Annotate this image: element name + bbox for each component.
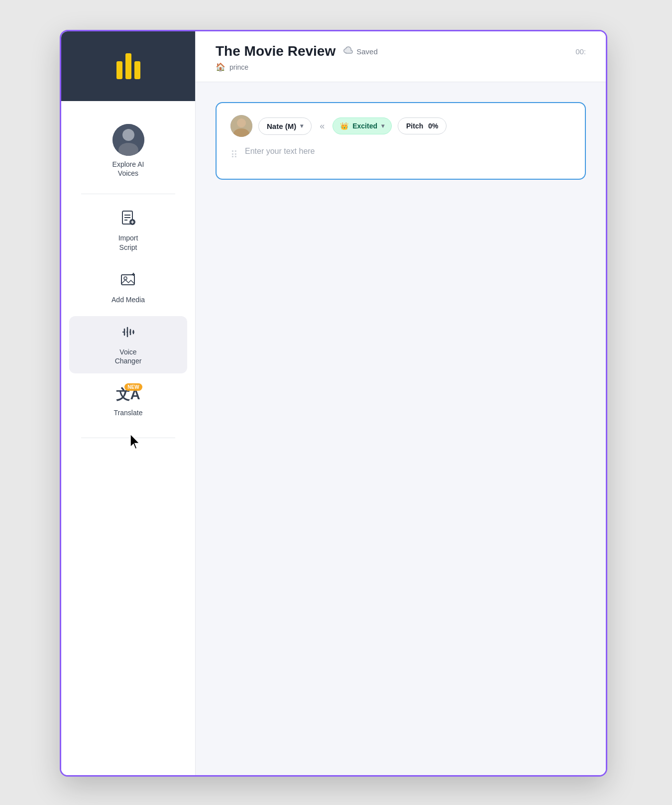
sidebar: Explore AIVoices ImportScript (61, 31, 196, 775)
drag-handle-icon[interactable]: ⠿ (230, 149, 238, 161)
text-input[interactable]: Enter your text here (245, 147, 571, 167)
import-script-icon (120, 210, 136, 230)
logo-bar-2 (125, 53, 131, 79)
timecode: 00: (575, 47, 586, 56)
collapse-arrows-icon[interactable]: « (318, 121, 327, 131)
main-content: The Movie Review Saved 00: 🏠 prince (196, 31, 606, 775)
sidebar-nav: Explore AIVoices ImportScript (61, 101, 195, 457)
voice-block: Nate (M) ▾ « 👑 Excited ▾ Pitch 0% (216, 102, 586, 180)
app-logo (116, 53, 140, 79)
saved-label: Saved (356, 47, 378, 56)
voice-name: Nate (M) (267, 122, 296, 130)
sidebar-item-voice-changer[interactable]: VoiceChanger (69, 316, 187, 373)
saved-badge: Saved (343, 46, 378, 56)
sidebar-item-translate[interactable]: 文A NEW Translate (69, 377, 187, 425)
sidebar-item-add-media[interactable]: Add Media (69, 264, 187, 312)
pitch-value: 0% (428, 122, 438, 130)
logo-bar-3 (134, 61, 140, 79)
voice-selector[interactable]: Nate (M) ▾ (258, 117, 312, 135)
svg-point-23 (237, 118, 246, 127)
logo-bar-1 (116, 61, 122, 79)
explore-voices-avatar (112, 124, 144, 156)
app-window: Explore AIVoices ImportScript (60, 30, 607, 777)
pitch-selector[interactable]: Pitch 0% (398, 117, 447, 134)
content-area: Nate (M) ▾ « 👑 Excited ▾ Pitch 0% (196, 82, 606, 775)
voice-changer-icon (120, 324, 136, 344)
sidebar-item-explore-ai-voices[interactable]: Explore AIVoices (69, 116, 187, 186)
translate-icon-wrapper: 文A NEW (116, 385, 140, 404)
top-bar-row1: The Movie Review Saved 00: (216, 43, 586, 59)
sidebar-item-import-script-label: ImportScript (118, 233, 138, 251)
sidebar-item-add-media-label: Add Media (112, 295, 145, 304)
sidebar-logo-area (61, 31, 195, 101)
breadcrumb: 🏠 prince (216, 62, 586, 72)
text-placeholder: Enter your text here (245, 147, 315, 155)
home-icon: 🏠 (216, 62, 225, 72)
translate-new-badge: NEW (124, 383, 142, 391)
add-media-icon (120, 272, 136, 291)
emotion-label: Excited (352, 122, 377, 130)
breadcrumb-project: prince (229, 63, 248, 71)
project-title: The Movie Review (216, 43, 336, 59)
sidebar-item-translate-label: Translate (114, 408, 143, 417)
voice-avatar (230, 115, 252, 137)
emotion-selector[interactable]: 👑 Excited ▾ (333, 117, 392, 134)
text-input-area: ⠿ Enter your text here (230, 147, 571, 167)
svg-point-1 (122, 129, 134, 141)
voice-block-header: Nate (M) ▾ « 👑 Excited ▾ Pitch 0% (230, 115, 571, 137)
emotion-chevron-icon: ▾ (381, 122, 384, 129)
divider-1 (81, 194, 176, 194)
emotion-emoji: 👑 (340, 122, 348, 130)
cloud-saved-icon (343, 46, 353, 56)
svg-rect-10 (121, 275, 134, 285)
voice-chevron-icon: ▾ (300, 122, 303, 129)
sidebar-item-explore-ai-voices-label: Explore AIVoices (112, 160, 144, 178)
sidebar-item-import-script[interactable]: ImportScript (69, 202, 187, 259)
divider-2 (81, 438, 176, 438)
sidebar-item-voice-changer-label: VoiceChanger (115, 347, 142, 365)
top-bar: The Movie Review Saved 00: 🏠 prince (196, 31, 606, 82)
pitch-label: Pitch (406, 122, 423, 130)
